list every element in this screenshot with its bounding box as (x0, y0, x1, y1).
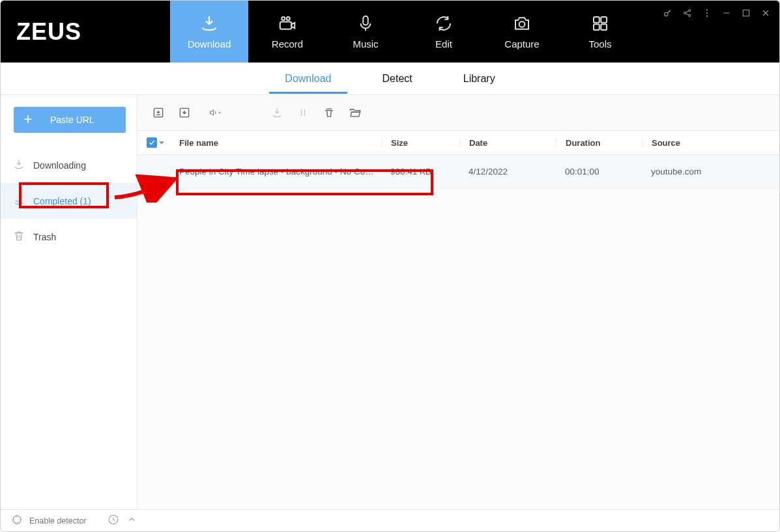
main-panel: File name Size Date Duration Source Peop… (137, 95, 779, 509)
refresh-edit-icon (434, 14, 454, 33)
add-to-itunes-button[interactable] (147, 101, 170, 124)
microphone-icon (356, 14, 375, 33)
cell-source: youtube.com (642, 167, 779, 176)
camera-icon (512, 14, 532, 33)
content-body: Paste URL Downloading Completed (1) (1, 95, 779, 509)
delete-button[interactable] (317, 101, 341, 124)
maximize-button[interactable] (738, 5, 755, 21)
svg-point-19 (13, 516, 21, 524)
cell-duration: 00:01:00 (556, 167, 642, 176)
redownload-button[interactable] (265, 101, 289, 124)
svg-rect-2 (280, 22, 292, 29)
downloading-icon (12, 158, 25, 173)
open-folder-button[interactable] (343, 101, 367, 124)
toptab-label: Download (188, 38, 231, 49)
svg-rect-8 (601, 24, 607, 30)
toptab-music[interactable]: Music (326, 1, 405, 63)
caret-down-icon (159, 141, 164, 145)
expand-up-icon[interactable] (126, 514, 137, 527)
key-icon[interactable] (659, 5, 676, 21)
svg-point-12 (689, 15, 691, 17)
svg-rect-6 (601, 17, 607, 23)
toptab-label: Music (353, 38, 378, 49)
svg-point-11 (689, 10, 691, 12)
toptab-edit[interactable]: Edit (405, 1, 483, 63)
share-icon[interactable] (679, 5, 696, 21)
checkbox-checked-icon (147, 137, 157, 148)
sidebar-item-completed[interactable]: Completed (1) (1, 183, 137, 219)
svg-point-15 (706, 16, 708, 17)
svg-point-13 (706, 9, 708, 10)
kebab-menu-icon[interactable] (699, 5, 715, 21)
subtab-detect[interactable]: Detect (380, 64, 415, 94)
table-row[interactable]: People in City Time lapse - background -… (137, 155, 779, 189)
sidebar: Paste URL Downloading Completed (1) (1, 95, 137, 509)
enable-detector-label[interactable]: Enable detector (29, 516, 87, 525)
svg-point-1 (287, 17, 290, 20)
column-duration[interactable]: Duration (556, 138, 642, 148)
checkmark-tray-icon (12, 193, 25, 208)
subtab-download[interactable]: Download (282, 64, 334, 94)
download-to-pc-button[interactable] (173, 101, 196, 124)
toptab-label: Tools (589, 38, 612, 49)
pause-button[interactable] (291, 101, 315, 124)
topbar-tabs: Download Record Music Edit (170, 1, 639, 63)
status-bar: Enable detector (1, 509, 779, 531)
sidebar-items: Downloading Completed (1) Trash (1, 145, 137, 255)
toolbar (137, 95, 779, 130)
toptab-download[interactable]: Download (170, 1, 248, 63)
toptab-record[interactable]: Record (248, 1, 326, 63)
cell-size: 960.41 KB (381, 167, 459, 176)
app-window: ZEUS Download Record Music (0, 0, 780, 532)
sidebar-item-trash[interactable]: Trash (1, 219, 137, 255)
detector-target-icon[interactable] (11, 514, 23, 527)
volume-button[interactable] (199, 101, 231, 124)
toptab-capture[interactable]: Capture (483, 1, 561, 63)
trash-icon (12, 229, 25, 244)
paste-url-button[interactable]: Paste URL (14, 107, 126, 133)
minimize-button[interactable] (718, 5, 735, 21)
sidebar-item-label: Completed (1) (33, 196, 91, 206)
select-all-checkbox[interactable] (147, 137, 179, 148)
column-size[interactable]: Size (381, 138, 459, 148)
svg-point-14 (706, 12, 708, 14)
window-controls (659, 5, 774, 21)
topbar: ZEUS Download Record Music (1, 1, 779, 63)
toptab-label: Edit (435, 38, 452, 49)
svg-point-4 (519, 21, 525, 27)
toptab-tools[interactable]: Tools (561, 1, 639, 63)
column-filename[interactable]: File name (179, 138, 381, 148)
app-logo: ZEUS (1, 1, 98, 63)
toptab-label: Record (272, 38, 303, 49)
column-date[interactable]: Date (459, 138, 556, 148)
cell-date: 4/12/2022 (459, 167, 556, 176)
svg-point-0 (282, 17, 285, 20)
toptab-label: Capture (504, 38, 539, 49)
sidebar-item-label: Trash (33, 232, 56, 242)
svg-rect-3 (363, 16, 368, 25)
svg-point-10 (684, 12, 686, 14)
close-button[interactable] (757, 5, 774, 21)
camera-record-icon (278, 14, 297, 33)
download-icon (199, 14, 219, 33)
schedule-icon[interactable] (108, 514, 119, 527)
plus-icon (22, 113, 35, 128)
column-source[interactable]: Source (642, 138, 779, 148)
cell-filename: People in City Time lapse - background -… (179, 167, 381, 176)
sidebar-item-label: Downloading (33, 160, 86, 171)
paste-url-label: Paste URL (50, 115, 94, 125)
table-header: File name Size Date Duration Source (137, 130, 779, 155)
svg-rect-16 (743, 10, 749, 16)
apps-grid-icon (590, 14, 610, 33)
subtab-library[interactable]: Library (461, 64, 498, 94)
svg-rect-5 (594, 17, 599, 23)
svg-point-9 (665, 12, 668, 16)
svg-rect-7 (594, 24, 599, 30)
subtabs: Download Detect Library (1, 63, 779, 95)
sidebar-item-downloading[interactable]: Downloading (1, 147, 137, 183)
